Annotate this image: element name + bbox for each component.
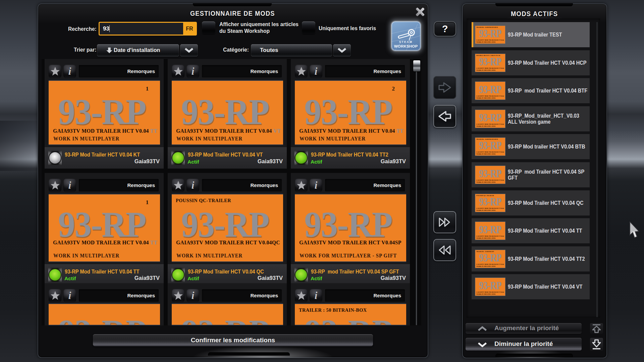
svg-text:STEAM: STEAM (399, 40, 413, 44)
svg-text:WORKSHOP: WORKSHOP (394, 44, 418, 48)
